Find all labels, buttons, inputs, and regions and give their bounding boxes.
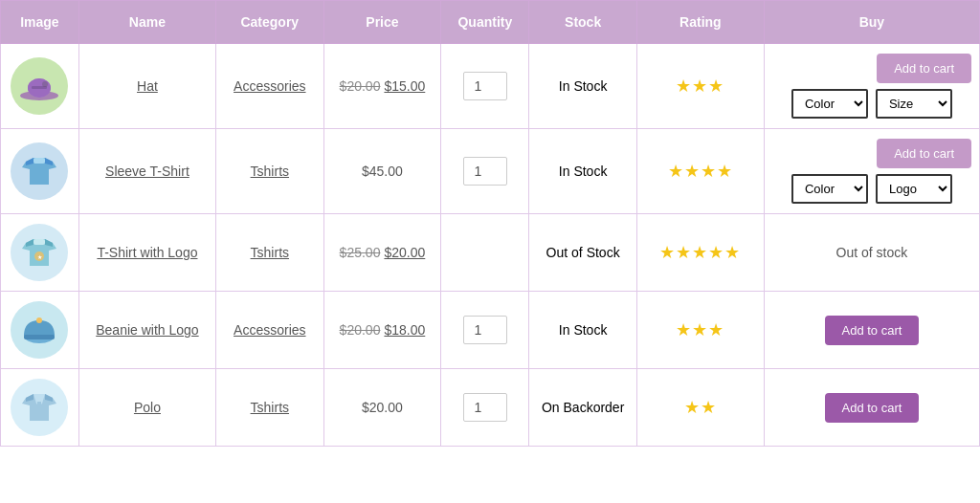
price-normal: $20.00 — [362, 400, 403, 415]
price-normal: $45.00 — [362, 164, 403, 179]
price-sale: $18.00 — [384, 322, 425, 338]
category-link-sleeve-tshirt[interactable]: Tshirts — [251, 164, 289, 179]
col-header-image: Image — [1, 1, 79, 44]
cell-price-polo: $20.00 — [323, 369, 441, 447]
cell-category-polo[interactable]: Tshirts — [216, 369, 324, 447]
col-header-category: Category — [216, 1, 324, 44]
price-original: $20.00 — [340, 322, 381, 338]
svg-rect-8 — [33, 158, 45, 164]
dropdowns-row-hat: ColorSize — [772, 89, 971, 119]
cell-buy-sleeve-tshirt[interactable]: Add to cartColorLogo — [764, 129, 979, 214]
cell-price-tshirt-logo: $25.00$20.00 — [323, 214, 441, 292]
variant-select-color-hat[interactable]: Color — [791, 89, 868, 119]
product-link-tshirt-logo[interactable]: T-Shirt with Logo — [97, 245, 197, 260]
variant-select-color-sleeve-tshirt[interactable]: Color — [791, 174, 868, 204]
cell-rating-beanie-logo: ★★★ — [636, 292, 764, 369]
category-link-hat[interactable]: Accessories — [234, 78, 305, 94]
cell-category-beanie-logo[interactable]: Accessories — [216, 292, 324, 369]
cell-rating-sleeve-tshirt: ★★★★ — [636, 129, 764, 214]
cell-stock-hat: In Stock — [529, 44, 637, 129]
cell-image-hat — [1, 44, 79, 129]
qty-input-beanie-logo[interactable] — [463, 316, 507, 344]
svg-rect-22 — [37, 402, 41, 409]
table-row: Sleeve T-ShirtTshirts$45.00In Stock★★★★A… — [1, 129, 980, 214]
svg-point-4 — [42, 81, 48, 87]
buy-complex-hat: Add to cartColorSize — [772, 54, 971, 119]
stars-tshirt-logo: ★★★★★ — [659, 243, 741, 262]
product-link-sleeve-tshirt[interactable]: Sleeve T-Shirt — [105, 164, 189, 179]
table-row: ★ T-Shirt with LogoTshirts$25.00$20.00Ou… — [1, 214, 980, 292]
cell-quantity-polo[interactable] — [441, 369, 529, 447]
cell-price-beanie-logo: $20.00$18.00 — [323, 292, 441, 369]
cell-rating-polo: ★★ — [636, 369, 764, 447]
qty-input-sleeve-tshirt[interactable] — [463, 157, 507, 186]
cell-name-beanie-logo[interactable]: Beanie with Logo — [78, 292, 215, 369]
cell-stock-polo: On Backorder — [529, 369, 637, 447]
add-to-cart-btn-hat[interactable]: Add to cart — [877, 54, 971, 83]
cell-buy-polo[interactable]: Add to cart — [764, 369, 979, 447]
cell-category-tshirt-logo[interactable]: Tshirts — [216, 214, 324, 292]
category-link-polo[interactable]: Tshirts — [251, 400, 289, 415]
product-link-beanie-logo[interactable]: Beanie with Logo — [96, 322, 198, 338]
price-sale: $20.00 — [384, 245, 425, 260]
cell-category-hat[interactable]: Accessories — [216, 44, 324, 129]
stars-hat: ★★★ — [676, 77, 724, 96]
qty-input-hat[interactable] — [463, 72, 507, 100]
category-link-tshirt-logo[interactable]: Tshirts — [251, 245, 289, 260]
svg-text:★: ★ — [37, 254, 42, 260]
cell-quantity-hat[interactable] — [441, 44, 529, 129]
stars-sleeve-tshirt: ★★★★ — [668, 162, 733, 181]
cell-image-sleeve-tshirt — [1, 129, 79, 214]
cell-buy-tshirt-logo[interactable]: Out of stock — [764, 214, 979, 292]
variant-select-size-hat[interactable]: Size — [876, 89, 952, 119]
cell-image-beanie-logo — [1, 292, 79, 369]
add-to-cart-btn-beanie-logo[interactable]: Add to cart — [825, 316, 920, 345]
col-header-stock: Stock — [529, 1, 637, 44]
cell-stock-beanie-logo: In Stock — [529, 292, 637, 369]
cell-name-tshirt-logo[interactable]: T-Shirt with Logo — [78, 214, 215, 292]
table-header-row: Image Name Category Price Quantity Stock… — [1, 1, 980, 44]
table-row: Beanie with LogoAccessories$20.00$18.00I… — [1, 292, 980, 369]
col-header-buy: Buy — [764, 1, 979, 44]
cell-image-polo — [1, 369, 79, 447]
cell-stock-tshirt-logo: Out of Stock — [529, 214, 637, 292]
svg-rect-16 — [24, 335, 55, 339]
out-of-stock-label-tshirt-logo: Out of stock — [836, 245, 908, 260]
cell-name-sleeve-tshirt[interactable]: Sleeve T-Shirt — [78, 129, 215, 214]
cell-rating-hat: ★★★ — [636, 44, 764, 129]
col-header-price: Price — [323, 1, 441, 44]
price-original: $25.00 — [340, 245, 381, 260]
cell-quantity-beanie-logo[interactable] — [441, 292, 529, 369]
buy-complex-sleeve-tshirt: Add to cartColorLogo — [772, 139, 971, 204]
cell-rating-tshirt-logo: ★★★★★ — [636, 214, 764, 292]
cell-name-hat[interactable]: Hat — [78, 44, 215, 129]
cell-buy-beanie-logo[interactable]: Add to cart — [764, 292, 979, 369]
cell-quantity-tshirt-logo — [441, 214, 529, 292]
price-original: $20.00 — [340, 78, 381, 94]
cell-name-polo[interactable]: Polo — [78, 369, 215, 447]
cell-price-hat: $20.00$15.00 — [323, 44, 441, 129]
stars-beanie-logo: ★★★ — [676, 320, 724, 339]
qty-input-polo[interactable] — [463, 393, 507, 422]
stars-polo: ★★ — [684, 398, 717, 417]
cell-buy-hat[interactable]: Add to cartColorSize — [764, 44, 979, 129]
svg-rect-12 — [33, 239, 45, 245]
product-link-polo[interactable]: Polo — [134, 400, 161, 415]
svg-point-17 — [36, 317, 42, 323]
col-header-rating: Rating — [636, 1, 764, 44]
table-row: HatAccessories$20.00$15.00In Stock★★★Add… — [1, 44, 980, 129]
add-to-cart-btn-sleeve-tshirt[interactable]: Add to cart — [877, 139, 971, 168]
dropdowns-row-sleeve-tshirt: ColorLogo — [772, 174, 971, 204]
category-link-beanie-logo[interactable]: Accessories — [234, 322, 305, 338]
cell-image-tshirt-logo: ★ — [1, 214, 79, 292]
product-table: Image Name Category Price Quantity Stock… — [0, 0, 980, 447]
add-to-cart-btn-polo[interactable]: Add to cart — [825, 393, 920, 423]
table-row: PoloTshirts$20.00On Backorder★★Add to ca… — [1, 369, 980, 447]
cell-price-sleeve-tshirt: $45.00 — [323, 129, 441, 214]
variant-select-logo-sleeve-tshirt[interactable]: Logo — [876, 174, 952, 204]
cell-quantity-sleeve-tshirt[interactable] — [441, 129, 529, 214]
price-sale: $15.00 — [384, 78, 425, 94]
cell-category-sleeve-tshirt[interactable]: Tshirts — [216, 129, 324, 214]
product-link-hat[interactable]: Hat — [137, 78, 158, 94]
col-header-quantity: Quantity — [441, 1, 529, 44]
